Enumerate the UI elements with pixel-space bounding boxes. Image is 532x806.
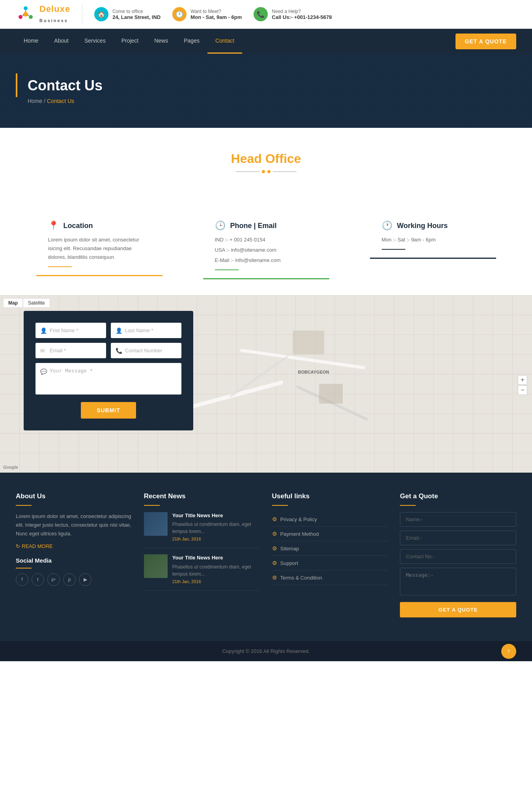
contact-item-meeting: 🕐 Want to Meet? Mon - Sat, 9am - 6pm xyxy=(172,7,242,21)
section-divider xyxy=(16,170,516,173)
pinterest-icon[interactable]: p xyxy=(63,573,76,586)
phone-card-underline xyxy=(215,268,239,270)
email: E-Mail :- info@sitename.com xyxy=(215,256,317,265)
user-icon-2: 👤 xyxy=(116,327,122,334)
facebook-icon[interactable]: f xyxy=(16,573,28,586)
nav-contact[interactable]: Contact xyxy=(207,29,242,54)
quote-email-input[interactable] xyxy=(400,531,516,545)
divider-dot2 xyxy=(267,170,271,173)
phone-email-card: 🕒 Phone | Email IND :- + 001 245 0154 US… xyxy=(203,213,329,279)
news-title-2[interactable]: Your Title News Here xyxy=(172,554,260,561)
twitter-icon[interactable]: t xyxy=(32,573,44,586)
breadcrumb-current: Contact Us xyxy=(47,98,74,104)
footer-about-text: Lorem ipsum dolor sit amet, consectetur … xyxy=(16,512,132,538)
footer-links-title: Useful links xyxy=(272,492,388,500)
news-img-1 xyxy=(144,512,168,536)
link-support[interactable]: ⚙ Support xyxy=(272,556,388,570)
news-img-2 xyxy=(144,554,168,578)
map-zoom-out[interactable]: − xyxy=(518,385,527,395)
location-card-underline xyxy=(48,265,72,267)
footer-grid: About Us Lorem ipsum dolor sit amet, con… xyxy=(16,492,516,617)
link-icon-privacy: ⚙ xyxy=(272,516,277,522)
user-icon: 👤 xyxy=(40,327,47,334)
form-contact-row: ✉ 📞 xyxy=(35,343,181,358)
phone-card-header: 🕒 Phone | Email xyxy=(215,221,317,231)
link-icon-terms: ⚙ xyxy=(272,574,277,581)
divider-right xyxy=(273,171,297,172)
nav-about[interactable]: About xyxy=(46,29,77,54)
scroll-top-button[interactable]: ↑ xyxy=(501,644,516,659)
top-bar: DeluxeBusiness 🏠 Come to office 24, Lane… xyxy=(0,0,532,29)
news-date-2: 21th Jan, 2016 xyxy=(172,579,260,584)
quote-name-input[interactable] xyxy=(400,512,516,527)
logo-text: DeluxeBusiness xyxy=(39,4,70,24)
social-media-section: Social Media f t g+ p ▶ xyxy=(16,557,132,586)
hero-accent-bar xyxy=(16,73,17,97)
phone-usa: USA :- info@sitename.com xyxy=(215,246,317,254)
quote-message-textarea[interactable] xyxy=(400,568,516,595)
footer-quote-title: Get a Quote xyxy=(400,492,516,500)
nav-project[interactable]: Project xyxy=(114,29,147,54)
map-zoom-in[interactable]: + xyxy=(518,375,527,385)
news-title-1[interactable]: Your Title News Here xyxy=(172,512,260,519)
nav-get-quote-button[interactable]: GET A QUOTE xyxy=(455,34,516,49)
quote-contact-input[interactable] xyxy=(400,549,516,564)
contact-phone-text: Need a Help? Call Us:- +001-1234-5678 xyxy=(272,9,332,20)
quote-submit-button[interactable]: GET A QUOTE xyxy=(400,602,516,617)
head-office-section: Head Office xyxy=(0,128,532,213)
news-item-2: Your Title News Here Phasellus ut condim… xyxy=(144,554,260,590)
footer-about-title: About Us xyxy=(16,492,132,500)
hours-card-icon: 🕐 xyxy=(382,221,392,231)
google-plus-icon[interactable]: g+ xyxy=(47,573,60,586)
hero-content: Contact Us Home / Contact Us xyxy=(16,77,516,104)
breadcrumb: Home / Contact Us xyxy=(28,98,516,104)
contact-info: 🏠 Come to office 24, Lane Street, IND 🕐 … xyxy=(94,7,332,21)
map-tab-map[interactable]: Map xyxy=(3,298,23,308)
copyright-text: Copyright © 2016 All Rights Reserved. xyxy=(222,648,310,654)
submit-button[interactable]: SUBMIT xyxy=(81,402,136,419)
social-icons: f t g+ p ▶ xyxy=(16,573,132,586)
link-privacy[interactable]: ⚙ Privacy & Policy xyxy=(272,512,388,527)
map-tab-bar: Map Satellite xyxy=(3,298,50,308)
location-card-header: 📍 Location xyxy=(48,221,151,231)
nav-home[interactable]: Home xyxy=(16,29,46,54)
phone-ind: IND :- + 001 245 0154 xyxy=(215,236,317,244)
breadcrumb-home[interactable]: Home xyxy=(28,98,42,104)
location-card-text: Lorem ipsum dolor sit amet, consectetur … xyxy=(48,236,151,262)
link-terms[interactable]: ⚙ Terms & Condition xyxy=(272,570,388,585)
map-tab-satellite[interactable]: Satellite xyxy=(23,298,50,308)
youtube-icon[interactable]: ▶ xyxy=(79,573,91,586)
email-input[interactable] xyxy=(35,343,106,358)
map-form-section: BOBCAYGEON Map Satellite Google + − 👤 👤 xyxy=(0,295,532,473)
map-city-label: BOBCAYGEON xyxy=(298,370,329,374)
divider-left xyxy=(236,171,259,172)
footer-links-col: Useful links ⚙ Privacy & Policy ⚙ Paymen… xyxy=(272,492,388,617)
last-name-wrap: 👤 xyxy=(111,323,181,338)
form-name-row: 👤 👤 xyxy=(35,323,181,338)
news-content-2: Your Title News Here Phasellus ut condim… xyxy=(172,554,260,583)
first-name-wrap: 👤 xyxy=(35,323,106,338)
location-card-title: Location xyxy=(63,222,93,230)
location-icon: 🏠 xyxy=(94,7,108,21)
link-sitemap[interactable]: ⚙ Sitemap xyxy=(272,541,388,556)
copyright-bar: Copyright © 2016 All Rights Reserved. ↑ xyxy=(0,641,532,661)
map-block-2 xyxy=(319,384,343,404)
footer-links-underline xyxy=(272,505,288,506)
nav-services[interactable]: Services xyxy=(77,29,114,54)
footer-news-underline xyxy=(144,505,160,506)
head-office-title: Head Office xyxy=(16,151,516,166)
nav-pages[interactable]: Pages xyxy=(176,29,207,54)
location-card: 📍 Location Lorem ipsum dolor sit amet, c… xyxy=(36,213,162,276)
phone-card-title: Phone | Email xyxy=(230,222,277,230)
footer-news-col: Recent News Your Title News Here Phasell… xyxy=(144,492,260,617)
message-textarea[interactable] xyxy=(35,363,181,395)
read-more-link[interactable]: ↻ READ MORE xyxy=(16,543,132,549)
link-icon-support: ⚙ xyxy=(272,560,277,566)
logo: DeluxeBusiness xyxy=(16,4,82,24)
logo-icon xyxy=(16,4,35,24)
link-payment[interactable]: ⚙ Payment Method xyxy=(272,527,388,541)
footer-about-col: About Us Lorem ipsum dolor sit amet, con… xyxy=(16,492,132,617)
contact-item-location: 🏠 Come to office 24, Lane Street, IND xyxy=(94,7,161,21)
hero-section: Contact Us Home / Contact Us xyxy=(0,54,532,128)
nav-news[interactable]: News xyxy=(146,29,176,54)
